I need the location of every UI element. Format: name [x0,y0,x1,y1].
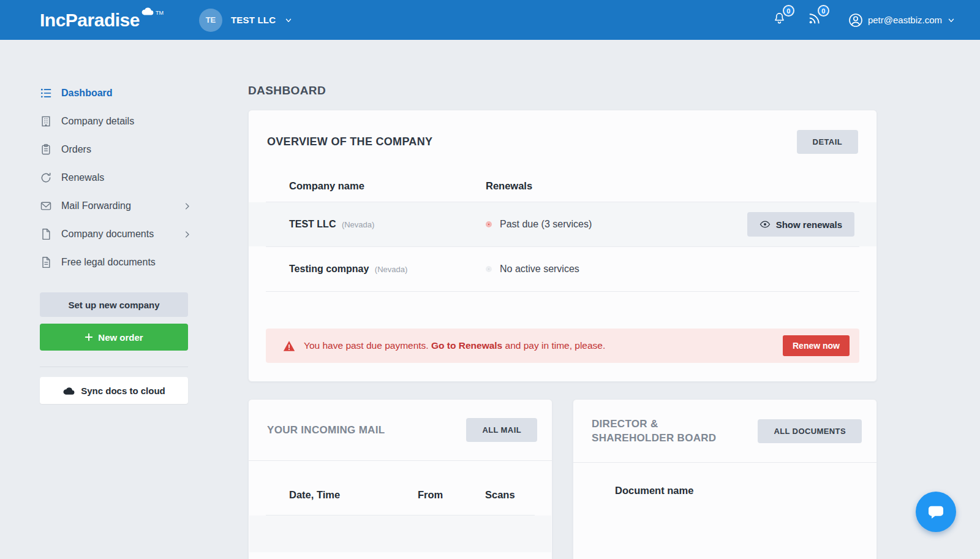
notifications-button[interactable]: 0 [770,9,789,31]
document-lines-icon [40,256,52,268]
logo-text: IncParadise [40,10,140,31]
clipboard-icon [40,143,52,156]
chevron-right-icon [183,202,192,211]
user-email: petr@eastbiz.com [868,15,942,25]
table-row: TEST LLC (Nevada) Past due (3 services) … [249,202,876,246]
warning-icon [283,340,295,352]
sidebar-item-free-legal-documents[interactable]: Free legal documents [40,248,192,276]
list-icon [40,87,52,99]
status-text: Past due (3 services) [500,219,592,230]
page-title: DASHBOARD [248,84,877,97]
document-icon [40,228,52,240]
new-order-button[interactable]: New order [40,324,188,351]
company-name: Testing compnay [289,264,369,274]
director-board-card: DIRECTOR & SHAREHOLDER BOARD ALL DOCUMEN… [573,399,877,559]
sidebar-item-label: Free legal documents [61,257,156,268]
all-documents-button[interactable]: ALL DOCUMENTS [758,419,862,443]
chevron-down-icon [284,16,293,25]
new-order-label: New order [98,332,143,343]
column-document-name: Document name [615,485,693,496]
table-divider [266,291,859,292]
company-selector[interactable]: TE TEST LLC [199,9,293,32]
company-table: Company name Renewals TEST LLC (Nevada) … [249,170,876,292]
alert-text-before: You have past due payments. [304,340,431,351]
cloud-icon [62,386,75,395]
sidebar-item-renewals[interactable]: Renewals [40,164,192,192]
company-state: (Nevada) [342,220,374,229]
cloud-logo-icon [141,6,154,16]
chat-widget-button[interactable] [916,492,956,532]
chat-bubble-icon [926,502,946,522]
column-date-time: Date, Time [289,489,418,501]
sidebar-item-dashboard[interactable]: Dashboard [40,79,192,107]
past-due-alert: You have past due payments. Go to Renewa… [266,329,859,363]
board-card-title: DIRECTOR & SHAREHOLDER BOARD [592,417,739,445]
sidebar-nav: Dashboard Company details Orders Renewal… [40,79,208,276]
user-icon [848,13,863,28]
show-renewals-button[interactable]: Show renewals [747,212,854,237]
main-content: DASHBOARD OVERVIEW OF THE COMPANY DETAIL… [208,40,877,559]
sidebar-item-label: Company documents [61,229,154,240]
sidebar-item-orders[interactable]: Orders [40,135,192,164]
overview-card-title: OVERVIEW OF THE COMPANY [267,135,432,148]
sidebar: Dashboard Company details Orders Renewal… [0,40,208,559]
status-text: No active services [500,264,579,275]
company-state: (Nevada) [375,265,407,274]
status-dot-past-due [486,221,492,227]
sync-docs-label: Sync docs to cloud [81,386,165,396]
feed-button[interactable]: 0 [805,9,824,31]
column-scans: Scans [485,489,533,501]
incoming-mail-card: YOUR INCOMING MAIL ALL MAIL Date, Time F… [248,399,552,559]
sidebar-item-company-details[interactable]: Company details [40,107,192,135]
app-logo[interactable]: IncParadise TM [40,10,164,31]
sidebar-item-company-documents[interactable]: Company documents [40,220,192,248]
sidebar-item-label: Dashboard [61,88,113,99]
user-menu[interactable]: petr@eastbiz.com [848,13,956,28]
sidebar-item-label: Mail Forwarding [61,200,131,211]
detail-button[interactable]: DETAIL [797,130,858,154]
sync-docs-button[interactable]: Sync docs to cloud [40,377,188,404]
setup-new-company-button[interactable]: Set up new company [40,292,188,317]
overview-card: OVERVIEW OF THE COMPANY DETAIL Company n… [248,110,877,382]
sidebar-divider [40,367,188,367]
building-icon [40,115,52,127]
plus-icon [85,333,93,341]
sidebar-item-label: Renewals [61,172,104,183]
company-selector-label: TEST LLC [231,15,276,25]
table-row: Testing compnay (Nevada) No active servi… [249,247,876,291]
top-bar: IncParadise TM TE TEST LLC 0 0 [0,0,980,40]
show-renewals-label: Show renewals [776,219,842,230]
company-name: TEST LLC [289,219,336,229]
eye-icon [760,219,771,230]
renew-now-button[interactable]: Renew now [783,335,850,356]
refresh-icon [40,172,52,184]
sidebar-item-mail-forwarding[interactable]: Mail Forwarding [40,192,192,220]
company-avatar: TE [199,9,222,32]
alert-text-after: and pay in time, please. [502,340,605,351]
sidebar-item-label: Company details [61,116,134,127]
table-row [249,515,551,552]
go-to-renewals-link[interactable]: Go to Renewals [431,340,502,351]
column-renewals: Renewals [486,180,854,192]
mail-card-title: YOUR INCOMING MAIL [267,423,385,437]
sidebar-item-label: Orders [61,144,91,155]
chevron-right-icon [183,230,192,239]
status-dot-inactive [486,266,492,272]
envelope-icon [40,200,52,212]
all-mail-button[interactable]: ALL MAIL [466,418,537,442]
column-company-name: Company name [289,180,486,192]
notifications-badge: 0 [783,5,794,17]
column-from: From [418,489,485,501]
logo-trademark: TM [156,10,164,16]
feed-badge: 0 [818,5,829,17]
chevron-down-icon [947,16,956,25]
